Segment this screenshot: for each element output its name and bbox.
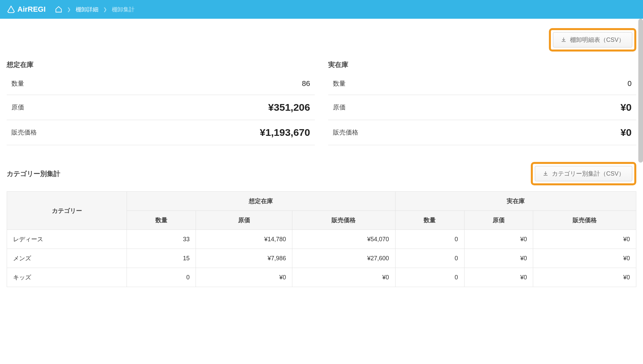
cell-act-price: ¥0 (533, 249, 636, 268)
th-cost: 原価 (196, 211, 292, 230)
cell-est-cost: ¥0 (196, 268, 292, 287)
top-button-row: 棚卸明細表（CSV） (7, 19, 636, 52)
app-header: AirREGI ❯ 棚卸詳細 ❯ 棚卸集計 (0, 0, 643, 19)
qty-label: 数量 (11, 79, 24, 88)
cell-act-qty: 0 (395, 268, 464, 287)
cell-est-qty: 15 (127, 249, 196, 268)
table-head: カテゴリー 想定在庫 実在庫 数量 原価 販売価格 数量 原価 販売価格 (7, 192, 636, 230)
th-estimated: 想定在庫 (127, 192, 395, 211)
cost-label: 原価 (333, 103, 346, 112)
category-header: カテゴリー別集計 カテゴリー別集計（CSV） (7, 162, 636, 185)
actual-cost-row: 原価 ¥0 (328, 95, 636, 120)
highlight-box-category: カテゴリー別集計（CSV） (531, 162, 636, 185)
scrollbar[interactable] (638, 19, 643, 163)
cell-est-cost: ¥7,986 (196, 249, 292, 268)
category-title: カテゴリー別集計 (7, 169, 60, 178)
cost-value: ¥0 (621, 102, 632, 113)
th-cost: 原価 (464, 211, 533, 230)
table-row: メンズ15¥7,986¥27,6000¥0¥0 (7, 249, 636, 268)
cell-name: メンズ (7, 249, 127, 268)
actual-qty-row: 数量 0 (328, 73, 636, 95)
qty-label: 数量 (333, 79, 346, 88)
logo-icon (7, 5, 15, 14)
csv-detail-label: 棚卸明細表（CSV） (570, 36, 625, 44)
cell-act-qty: 0 (395, 230, 464, 249)
cell-est-price: ¥27,600 (292, 249, 395, 268)
csv-category-label: カテゴリー別集計（CSV） (552, 170, 625, 178)
th-qty: 数量 (395, 211, 464, 230)
cell-est-price: ¥0 (292, 268, 395, 287)
cell-act-price: ¥0 (533, 230, 636, 249)
cell-name: レディース (7, 230, 127, 249)
actual-title: 実在庫 (328, 60, 636, 69)
price-label: 販売価格 (333, 128, 358, 137)
th-category: カテゴリー (7, 192, 127, 230)
cell-est-qty: 0 (127, 268, 196, 287)
download-icon (561, 37, 567, 43)
cost-value: ¥351,206 (268, 102, 310, 113)
table-body: レディース33¥14,780¥54,0700¥0¥0メンズ15¥7,986¥27… (7, 230, 636, 287)
cell-name: キッズ (7, 268, 127, 287)
cell-act-cost: ¥0 (464, 230, 533, 249)
csv-detail-button[interactable]: 棚卸明細表（CSV） (553, 32, 632, 48)
breadcrumb-prev[interactable]: 棚卸詳細 (76, 6, 98, 13)
th-qty: 数量 (127, 211, 196, 230)
cell-est-cost: ¥14,780 (196, 230, 292, 249)
estimated-title: 想定在庫 (7, 60, 315, 69)
actual-price-row: 販売価格 ¥0 (328, 120, 636, 145)
estimated-qty-row: 数量 86 (7, 73, 315, 95)
cell-act-qty: 0 (395, 249, 464, 268)
main-content: 棚卸明細表（CSV） 想定在庫 数量 86 原価 ¥351,206 販売価格 ¥… (0, 19, 643, 300)
estimated-price-row: 販売価格 ¥1,193,670 (7, 120, 315, 145)
download-icon (543, 171, 549, 177)
cell-est-qty: 33 (127, 230, 196, 249)
app-name: AirREGI (17, 5, 46, 14)
breadcrumb: ❯ 棚卸詳細 ❯ 棚卸集計 (55, 6, 135, 13)
cost-label: 原価 (11, 103, 24, 112)
table-row: キッズ0¥0¥00¥0¥0 (7, 268, 636, 287)
cell-est-price: ¥54,070 (292, 230, 395, 249)
table-row: レディース33¥14,780¥54,0700¥0¥0 (7, 230, 636, 249)
highlight-box-detail: 棚卸明細表（CSV） (549, 28, 636, 52)
cell-act-cost: ¥0 (464, 249, 533, 268)
estimated-cost-row: 原価 ¥351,206 (7, 95, 315, 120)
cell-act-price: ¥0 (533, 268, 636, 287)
category-table: カテゴリー 想定在庫 実在庫 数量 原価 販売価格 数量 原価 販売価格 レディ… (7, 191, 636, 287)
summary-section: 想定在庫 数量 86 原価 ¥351,206 販売価格 ¥1,193,670 実… (7, 60, 636, 145)
csv-category-button[interactable]: カテゴリー別集計（CSV） (535, 166, 632, 181)
price-label: 販売価格 (11, 128, 37, 137)
qty-value: 86 (302, 79, 310, 88)
th-price: 販売価格 (292, 211, 395, 230)
price-value: ¥0 (621, 127, 632, 138)
chevron-icon: ❯ (67, 7, 71, 12)
breadcrumb-current: 棚卸集計 (112, 6, 135, 13)
app-logo: AirREGI (7, 5, 46, 14)
cell-act-cost: ¥0 (464, 268, 533, 287)
summary-actual: 実在庫 数量 0 原価 ¥0 販売価格 ¥0 (328, 60, 636, 145)
price-value: ¥1,193,670 (260, 127, 310, 138)
th-actual: 実在庫 (395, 192, 636, 211)
th-price: 販売価格 (533, 211, 636, 230)
qty-value: 0 (628, 79, 632, 88)
summary-estimated: 想定在庫 数量 86 原価 ¥351,206 販売価格 ¥1,193,670 (7, 60, 315, 145)
home-icon[interactable] (55, 6, 62, 13)
chevron-icon: ❯ (103, 7, 107, 12)
